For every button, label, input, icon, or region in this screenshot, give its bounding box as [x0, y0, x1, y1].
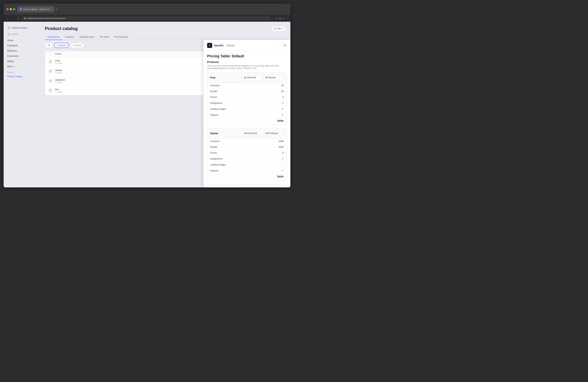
address-bar[interactable]: 🔒 dashboard.stripe.com/products?active=t… [22, 17, 271, 20]
sidebar-btn[interactable]: ▤ [279, 17, 281, 20]
sidebar-item-home[interactable]: Home [4, 38, 40, 43]
address-bar-row: ← → ↻ 🔒 dashboard.stripe.com/products?ac… [4, 15, 290, 22]
fullscreen-window-btn[interactable] [13, 8, 15, 10]
product-card-starter-name: Starter [210, 132, 218, 135]
tab-all-products-label: All products [47, 36, 60, 38]
feature-forms-label: Forms [210, 96, 217, 98]
recent-section-label: Recent [4, 69, 40, 74]
feature-landing-label: Landing Pages [210, 108, 226, 110]
brand-icon: ▤ [7, 26, 10, 29]
filter-btn[interactable]: ⚙ Filter 1 [272, 26, 285, 31]
product-icon-standard: ⚙ [48, 78, 53, 83]
tab-pricing-tables[interactable]: Pricing tables [111, 34, 131, 40]
extensions-btn[interactable]: ⧉ [276, 17, 277, 20]
feature-row-reports: Reports ✕ [207, 112, 287, 118]
toolbar-actions: ☆ ⧉ ▤ ● ⋮ [272, 17, 288, 20]
starter-feature-emails: Emails 2500 [207, 144, 287, 150]
panel-app-info: S Spackle Test app [207, 43, 236, 48]
panel-title: Pricing Table: Default [204, 51, 290, 60]
minimize-window-btn[interactable] [10, 8, 12, 10]
starter-delete-link[interactable]: Delete [277, 175, 284, 178]
more-btn[interactable]: ⋮ [286, 17, 288, 20]
filter-available[interactable]: Available [54, 43, 69, 48]
sidebar-recent-product-catalog[interactable]: Product catalog [4, 74, 40, 79]
bookmark-btn[interactable]: ☆ [272, 17, 274, 20]
filter-available-label: Available [57, 44, 66, 47]
price-yearly-starter[interactable]: $240.00/year ⌄ [264, 131, 284, 136]
tab-coupons[interactable]: Coupons [62, 34, 77, 40]
price-selects-standard: $50.00/month ⌄ $480.00/year ⌄ [242, 187, 284, 187]
new-tab-btn[interactable]: + [56, 8, 57, 11]
forward-btn[interactable]: → [11, 16, 15, 20]
panel-close-btn[interactable]: ✕ [283, 43, 287, 48]
product-card-standard-header: Standard $50.00/month ⌄ $480.00/year ⌄ [207, 184, 287, 187]
url-text: dashboard.stripe.com/products?active=tru… [27, 17, 65, 19]
sidebar-item-billing[interactable]: Billing [4, 58, 40, 64]
sidebar-item-balances[interactable]: Balances [4, 48, 40, 53]
free-delete-link[interactable]: Delete [277, 119, 284, 122]
tab-close-btn[interactable]: ✕ [50, 8, 52, 10]
product-free-sub: 2 prices [55, 62, 206, 64]
sidebar-item-more[interactable]: More + [4, 64, 40, 69]
price-monthly-starter[interactable]: $25.00/month ⌄ [242, 131, 262, 136]
panel-app-icon: S [207, 43, 212, 48]
tab-shipping-rates[interactable]: Shipping rates [77, 34, 97, 40]
price-selects-starter: $25.00/month ⌄ $240.00/year ⌄ [242, 131, 284, 136]
panel-section-desc: These are the products that will be disp… [207, 65, 287, 70]
search-placeholder: Search [11, 33, 18, 36]
product-icon-pro: ⚙ [48, 88, 53, 93]
tab-tax-rates[interactable]: Tax rates [97, 34, 111, 40]
search-bar[interactable]: 🔍 Search [4, 32, 40, 38]
product-card-standard: Standard $50.00/month ⌄ $480.00/year ⌄ [207, 184, 287, 187]
feature-contacts-value: 10 [281, 84, 284, 87]
starter-reports-label: Reports [210, 169, 218, 172]
product-standard-sub: 2 prices [55, 81, 206, 83]
profile-btn[interactable]: ● [283, 17, 284, 20]
feature-row-integrations: Integrations ✕ [207, 100, 287, 106]
starter-emails-value: 2500 [278, 146, 284, 148]
price-monthly-standard[interactable]: $50.00/month ⌄ [242, 187, 262, 187]
panel-section-title: Products [207, 60, 287, 63]
starter-integrations-value: ✕ [281, 157, 284, 160]
sidebar-item-customers[interactable]: Customers [4, 53, 40, 58]
reload-btn[interactable]: ↻ [17, 16, 20, 20]
product-standard: Standard 2 prices [55, 78, 206, 83]
feature-row-contacts: Contacts 10 [207, 83, 287, 88]
product-icon-free: ⚙ [48, 59, 53, 64]
starter-contacts-label: Contacts [210, 140, 219, 143]
chevron-down-icon: ⌄ [259, 77, 261, 79]
feature-emails-label: Emails [210, 90, 217, 93]
back-btn[interactable]: ← [6, 16, 10, 20]
price-monthly-free[interactable]: $0.00/month ⌄ [242, 75, 262, 80]
starter-emails-label: Emails [210, 146, 217, 148]
price-monthly-starter-value: $25.00/month [244, 132, 257, 134]
starter-contacts-value: 1000 [278, 140, 284, 143]
product-card-starter-header: Starter $25.00/month ⌄ $240.00/year ⌄ [207, 128, 287, 138]
feature-row-forms: Forms 0 [207, 94, 287, 100]
tab-all-products[interactable]: All products [45, 34, 62, 40]
col-icon [48, 53, 55, 55]
price-monthly-free-value: $0.00/month [244, 76, 256, 79]
price-yearly-free[interactable]: $0.00/year ⌄ [264, 75, 284, 80]
sidebar-payments-label: Payments [7, 44, 18, 47]
filter-label: Filter [277, 27, 281, 30]
tab-pricing-tables-label: Pricing tables [114, 36, 128, 38]
filter-all[interactable]: All [45, 43, 53, 48]
starter-delete-row: Delete [207, 174, 287, 180]
tab-title: Product catalog – Spackle De [23, 8, 49, 10]
sidebar-item-payments[interactable]: Payments [4, 43, 40, 48]
browser-tab-active[interactable]: S Product catalog – Spackle De ✕ [17, 6, 54, 12]
close-window-btn[interactable] [6, 8, 9, 10]
starter-landing-label: Landing Pages [210, 163, 226, 166]
panel-more-btn[interactable]: ··· [277, 43, 281, 48]
price-yearly-standard[interactable]: $480.00/year ⌄ [264, 187, 284, 187]
filter-archived[interactable]: Archived [70, 43, 84, 48]
product-free-name: Free [55, 59, 206, 62]
starter-feature-integrations: Integrations ✕ [207, 156, 287, 162]
filter-count: 1 [282, 27, 283, 30]
tab-bar: S Product catalog – Spackle De ✕ + [17, 6, 288, 12]
starter-forms-value: 0 [282, 151, 284, 154]
traffic-lights [6, 8, 15, 10]
page-title-actions: ⚙ Filter 1 [272, 26, 285, 31]
product-pro-sub: 2 prices [55, 91, 206, 93]
